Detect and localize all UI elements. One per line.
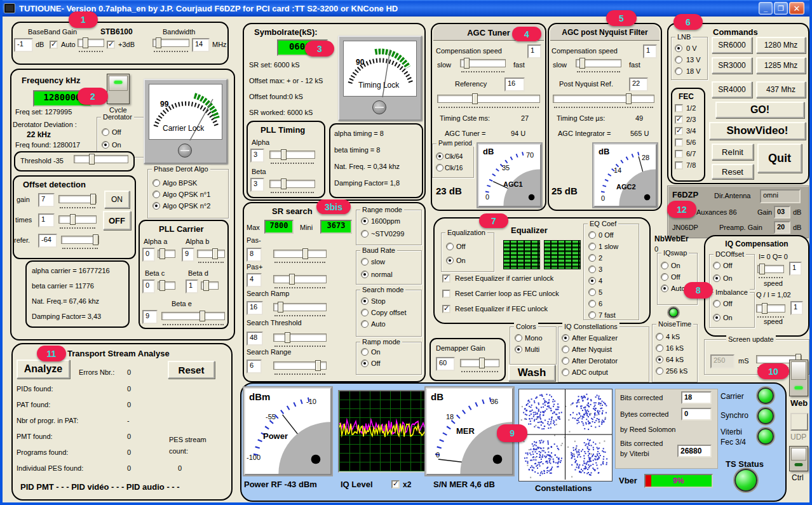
radio-copy-offset[interactable] [361,309,369,316]
radio-noise-256ks[interactable] [656,367,663,375]
radio-derotator-off[interactable] [102,128,109,136]
ts-reset-button[interactable]: Reset [168,361,215,379]
agc-comp-field[interactable]: 1 [527,44,541,58]
beta-e-field[interactable]: 9 [142,310,158,324]
radio-dcoffset-off[interactable] [713,262,721,269]
demapper-gain-slider[interactable] [460,358,499,371]
sr4000-button[interactable]: SR4000 [712,81,752,98]
reinit-button[interactable]: ReInit [712,144,754,160]
preamp-gain-field[interactable]: 20 [774,221,790,234]
reset-button[interactable]: Reset [712,164,754,179]
radio-colors-mono[interactable] [515,334,522,342]
radio-algo-qpsk2[interactable] [152,202,160,210]
alpha-a-slider[interactable] [158,249,175,262]
search-range-slider[interactable] [273,361,327,374]
auto-checkbox[interactable] [50,41,58,49]
freq-437-button[interactable]: 437 Mhz [756,81,806,98]
bytes-corrected-field[interactable]: 0 [681,408,712,421]
imbalance-speed-field[interactable]: 1 [790,301,803,315]
radio-colors-multi[interactable] [515,346,522,353]
cycle-toggle[interactable] [107,74,130,104]
refer-field[interactable]: -64 [38,234,57,248]
search-ramp-field[interactable]: 16 [247,301,263,315]
radio-after-equalizer[interactable] [562,334,569,342]
minimize-button[interactable]: _ [759,2,773,15]
gain-field[interactable]: 7 [38,193,55,207]
radio-clk64[interactable] [436,152,443,160]
radio-noise-64ks[interactable] [656,356,663,363]
mini-field[interactable]: 3673 [320,220,352,234]
beta-c-field[interactable]: 0 [142,279,155,293]
radio-adc-output[interactable] [562,368,569,376]
fec-34-checkbox[interactable] [675,127,683,135]
timing-meter-knob[interactable] [372,100,386,114]
radio-algo-bpsk[interactable] [152,179,160,187]
radio-search-stop[interactable] [361,297,369,305]
radio-algo-qpsk1[interactable] [152,191,160,198]
max-field[interactable]: 7800 [264,220,294,234]
radio-eqcoef-0[interactable] [588,231,596,239]
radio-iqswap-auto[interactable] [661,285,668,292]
radio-lnb-18v[interactable] [675,67,682,75]
pas-minus-slider[interactable] [273,249,327,262]
dir-antenna-field[interactable]: omni [760,189,801,203]
pll-alpha-slider[interactable] [269,150,315,163]
reset-eq-fec-checkbox[interactable] [442,305,450,313]
bandwidth-slider[interactable] [152,38,189,51]
radio-equalization-off[interactable] [446,243,454,250]
beta-d-field[interactable]: 1 [186,279,198,293]
radio-eqcoef-4[interactable] [588,277,596,285]
radio-imbalance-off[interactable] [713,300,721,307]
search-threshold-slider[interactable] [273,333,327,346]
fec-78-checkbox[interactable] [675,161,683,170]
post-comp-field[interactable]: 1 [643,44,657,58]
showvideo-button[interactable]: ShowVideo! [709,122,806,140]
agc-ref-slider[interactable] [437,94,540,107]
radio-eqcoef-7[interactable] [588,311,596,319]
radio-eqcoef-6[interactable] [588,300,596,307]
alpha-a-field[interactable]: 0 [142,248,155,262]
radio-iqswap-on[interactable] [661,262,668,269]
search-threshold-field[interactable]: 48 [247,332,263,346]
radio-noise-16ks[interactable] [656,344,663,352]
radio-eqcoef-3[interactable] [588,266,596,273]
analyze-button[interactable]: Analyze [17,360,70,379]
radio-iqswap-off[interactable] [661,273,668,281]
quit-button[interactable]: Quit [757,144,802,173]
times-slider[interactable] [58,215,97,227]
radio-eqcoef-5[interactable] [588,288,596,296]
fec-56-checkbox[interactable] [675,138,683,147]
pas-plus-slider[interactable] [273,274,327,287]
radio-stv0299[interactable] [361,230,369,238]
radio-baud-slow[interactable] [361,258,369,266]
radio-after-nyquist[interactable] [562,346,569,353]
radio-lnb-0v[interactable] [675,44,682,52]
web-toggle[interactable] [789,360,808,396]
screen-update-field[interactable]: 250 [710,354,734,368]
sr6000-button[interactable]: SR6000 [712,37,752,53]
reset-carrier-fec-checkbox[interactable] [442,290,450,298]
search-range-field[interactable]: 6 [247,360,262,374]
radio-baud-normal[interactable] [361,271,369,278]
radio-equalization-on[interactable] [446,257,454,264]
post-comp-slider[interactable] [576,58,621,71]
fec-23-checkbox[interactable] [675,116,683,124]
bandwidth-field[interactable]: 14 [192,38,210,52]
beta-e-slider[interactable] [161,311,225,324]
plus3db-checkbox[interactable] [107,41,115,49]
referency-field[interactable]: 16 [504,77,525,91]
beta-d-slider[interactable] [201,281,219,293]
threshold-slider[interactable] [74,154,128,167]
viterbi-bits-field[interactable]: 26880 [677,445,712,457]
fec-67-checkbox[interactable] [675,150,683,158]
search-ramp-slider[interactable] [273,302,327,315]
baseband-gain-slider[interactable] [78,38,104,51]
maximize-button[interactable]: ❐ [774,2,788,15]
carrier-meter-knob[interactable] [178,144,192,158]
ctrl-toggle[interactable] [789,446,808,471]
radio-ramp-off[interactable] [361,360,369,367]
agc-comp-slider[interactable] [460,58,506,71]
x2-checkbox[interactable] [391,480,400,488]
refer-slider[interactable] [61,235,99,248]
demapper-gain-field[interactable]: 60 [436,357,455,371]
